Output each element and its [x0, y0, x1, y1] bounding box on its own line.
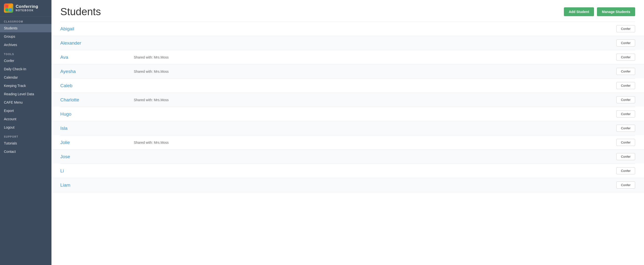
sidebar-item-cafe-menu[interactable]: CAFE Menu — [0, 98, 52, 107]
sidebar-item-students[interactable]: Students — [0, 24, 52, 32]
confer-button[interactable]: Confer — [616, 167, 635, 174]
manage-students-button[interactable]: Manage Students — [597, 7, 635, 16]
logo-title: Conferring — [16, 4, 38, 9]
student-name[interactable]: Charlotte — [60, 97, 129, 103]
table-row: CharlotteShared with: Mrs.MossConfer — [52, 93, 644, 107]
sidebar-item-contact[interactable]: Contact — [0, 147, 52, 156]
student-shared-label: Shared with: Mrs.Moss — [129, 98, 616, 102]
student-name[interactable]: Ayesha — [60, 69, 129, 74]
svg-rect-2 — [6, 8, 8, 11]
sidebar-label-tutorials: Tutorials — [4, 141, 17, 145]
table-row: HugoConfer — [60, 107, 635, 121]
svg-rect-0 — [6, 5, 8, 8]
student-shared-label: Shared with: Mrs.Moss — [129, 141, 616, 145]
sidebar-section-classroom: CLASSROOM Students Groups Archives — [0, 16, 52, 49]
confer-button[interactable]: Confer — [616, 139, 635, 146]
student-name[interactable]: Jose — [60, 154, 129, 159]
table-row: JoseConfer — [52, 149, 644, 164]
sidebar-item-keeping-track[interactable]: Keeping Track — [0, 82, 52, 90]
sidebar-label-reading-level-data: Reading Level Data — [4, 92, 34, 96]
student-name[interactable]: Liam — [60, 183, 129, 188]
table-row: AlexanderConfer — [52, 36, 644, 50]
svg-rect-1 — [9, 5, 12, 8]
confer-button[interactable]: Confer — [616, 54, 635, 61]
confer-button[interactable]: Confer — [616, 82, 635, 89]
sidebar-label-logout: Logout — [4, 125, 14, 129]
logo-icon — [4, 3, 13, 13]
sidebar-label-students: Students — [4, 26, 18, 30]
confer-button[interactable]: Confer — [616, 25, 635, 32]
student-shared-label: Shared with: Mrs.Moss — [129, 55, 616, 59]
logo-text: Conferring NOTEBOOK — [16, 4, 38, 12]
student-name[interactable]: Isla — [60, 126, 129, 131]
table-row: JolieShared with: Mrs.MossConfer — [60, 135, 635, 149]
sidebar-section-label-support: SUPPORT — [0, 132, 52, 139]
student-name[interactable]: Hugo — [60, 111, 129, 117]
student-name[interactable]: Alexander — [60, 40, 129, 46]
sidebar-item-confer[interactable]: Confer — [0, 57, 52, 65]
sidebar-item-groups[interactable]: Groups — [0, 32, 52, 41]
header-buttons: Add Student Manage Students — [564, 7, 635, 16]
sidebar-section-label-classroom: CLASSROOM — [0, 16, 52, 24]
confer-button[interactable]: Confer — [616, 182, 635, 189]
confer-button[interactable]: Confer — [616, 153, 635, 160]
table-row: CalebConfer — [60, 78, 635, 93]
students-table: AbigailConferAlexanderConferAvaShared wi… — [52, 21, 644, 265]
student-name[interactable]: Abigail — [60, 26, 129, 31]
table-row: AbigailConfer — [60, 21, 635, 36]
sidebar-section-tools: TOOLS Confer Daily Check-In Calendar Kee… — [0, 49, 52, 132]
sidebar-item-account[interactable]: Account — [0, 115, 52, 123]
app-logo: Conferring NOTEBOOK — [0, 0, 52, 16]
sidebar-label-cafe-menu: CAFE Menu — [4, 100, 22, 104]
sidebar-item-tutorials[interactable]: Tutorials — [0, 139, 52, 147]
student-name[interactable]: Li — [60, 168, 129, 174]
sidebar-item-archives[interactable]: Archives — [0, 41, 52, 49]
sidebar-label-contact: Contact — [4, 150, 16, 154]
add-student-button[interactable]: Add Student — [564, 7, 594, 16]
student-name[interactable]: Caleb — [60, 83, 129, 88]
table-row: AvaShared with: Mrs.MossConfer — [60, 50, 635, 64]
sidebar-label-archives: Archives — [4, 43, 17, 47]
sidebar-item-export[interactable]: Export — [0, 107, 52, 115]
table-row: LiConfer — [60, 164, 635, 178]
confer-button[interactable]: Confer — [616, 39, 635, 46]
student-name[interactable]: Jolie — [60, 140, 129, 145]
sidebar-label-groups: Groups — [4, 34, 15, 38]
confer-button[interactable]: Confer — [616, 68, 635, 75]
sidebar-label-confer: Confer — [4, 59, 14, 63]
page-title: Students — [60, 6, 101, 18]
table-row: AyeshaShared with: Mrs.MossConfer — [52, 64, 644, 78]
sidebar-item-calendar[interactable]: Calendar — [0, 73, 52, 82]
confer-button[interactable]: Confer — [616, 96, 635, 103]
student-shared-label: Shared with: Mrs.Moss — [129, 69, 616, 73]
sidebar-item-daily-checkin[interactable]: Daily Check-In — [0, 65, 52, 73]
logo-subtitle: NOTEBOOK — [16, 9, 38, 12]
sidebar-section-support: SUPPORT Tutorials Contact — [0, 132, 52, 156]
main-header: Students Add Student Manage Students — [52, 0, 644, 21]
confer-button[interactable]: Confer — [616, 125, 635, 132]
confer-button[interactable]: Confer — [616, 110, 635, 118]
sidebar-item-reading-level-data[interactable]: Reading Level Data — [0, 90, 52, 98]
main-content: Students Add Student Manage Students Abi… — [52, 0, 644, 265]
student-name[interactable]: Ava — [60, 55, 129, 60]
sidebar-label-export: Export — [4, 109, 14, 113]
svg-rect-3 — [9, 8, 12, 11]
sidebar-label-account: Account — [4, 117, 16, 121]
sidebar-section-label-tools: TOOLS — [0, 49, 52, 57]
sidebar: Conferring NOTEBOOK CLASSROOM Students G… — [0, 0, 52, 265]
table-row: LiamConfer — [52, 178, 644, 192]
sidebar-item-logout[interactable]: Logout — [0, 123, 52, 132]
sidebar-label-calendar: Calendar — [4, 75, 18, 79]
sidebar-label-keeping-track: Keeping Track — [4, 84, 26, 88]
sidebar-label-daily-checkin: Daily Check-In — [4, 67, 26, 71]
table-row: IslaConfer — [52, 121, 644, 135]
